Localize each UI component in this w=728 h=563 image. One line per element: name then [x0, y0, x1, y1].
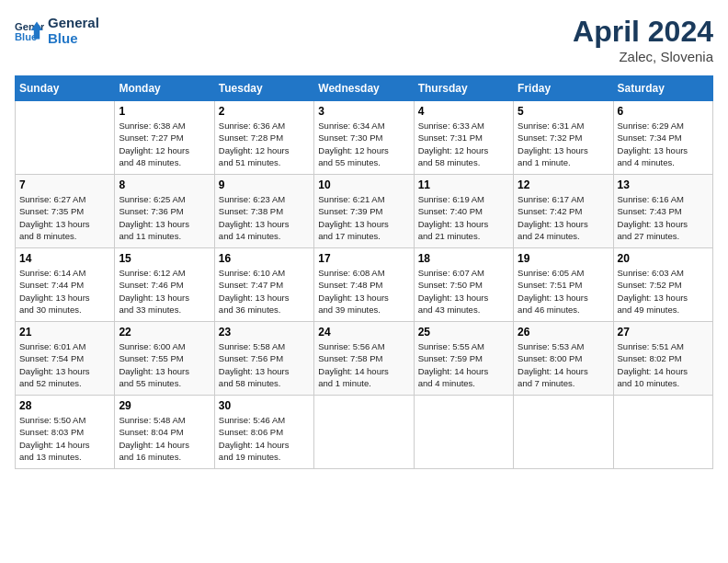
calendar-cell: 8Sunrise: 6:25 AM Sunset: 7:36 PM Daylig…: [115, 175, 214, 248]
day-number: 18: [418, 252, 509, 265]
day-info: Sunrise: 5:53 AM Sunset: 8:00 PM Dayligh…: [518, 340, 609, 389]
day-info: Sunrise: 5:55 AM Sunset: 7:59 PM Dayligh…: [418, 340, 509, 389]
day-info: Sunrise: 6:08 AM Sunset: 7:48 PM Dayligh…: [318, 267, 409, 316]
day-info: Sunrise: 6:23 AM Sunset: 7:38 PM Dayligh…: [219, 193, 310, 242]
calendar-cell: 21Sunrise: 6:01 AM Sunset: 7:54 PM Dayli…: [16, 322, 115, 396]
calendar-cell: 25Sunrise: 5:55 AM Sunset: 7:59 PM Dayli…: [414, 322, 513, 396]
day-info: Sunrise: 6:12 AM Sunset: 7:46 PM Dayligh…: [119, 267, 210, 316]
calendar-week-row: 7Sunrise: 6:27 AM Sunset: 7:35 PM Daylig…: [16, 175, 713, 248]
day-number: 12: [518, 178, 609, 191]
day-info: Sunrise: 6:07 AM Sunset: 7:50 PM Dayligh…: [418, 267, 509, 316]
calendar-cell: [16, 101, 115, 175]
day-number: 19: [518, 252, 609, 265]
calendar-cell: [314, 396, 414, 469]
day-info: Sunrise: 5:58 AM Sunset: 7:56 PM Dayligh…: [219, 340, 310, 389]
calendar-cell: 26Sunrise: 5:53 AM Sunset: 8:00 PM Dayli…: [514, 322, 613, 396]
calendar-cell: 18Sunrise: 6:07 AM Sunset: 7:50 PM Dayli…: [414, 248, 513, 322]
day-info: Sunrise: 6:17 AM Sunset: 7:42 PM Dayligh…: [518, 193, 609, 242]
weekday-header-monday: Monday: [115, 76, 214, 101]
calendar-cell: 9Sunrise: 6:23 AM Sunset: 7:38 PM Daylig…: [214, 175, 313, 248]
day-number: 27: [618, 326, 709, 339]
weekday-header-tuesday: Tuesday: [214, 76, 313, 101]
day-info: Sunrise: 6:14 AM Sunset: 7:44 PM Dayligh…: [19, 267, 110, 316]
title-block: April 2024 Zalec, Slovenia: [573, 15, 713, 64]
calendar-week-row: 1Sunrise: 6:38 AM Sunset: 7:27 PM Daylig…: [16, 101, 713, 175]
day-number: 4: [418, 105, 509, 118]
weekday-header-friday: Friday: [514, 76, 613, 101]
day-number: 25: [418, 326, 509, 339]
day-info: Sunrise: 6:34 AM Sunset: 7:30 PM Dayligh…: [318, 120, 409, 168]
day-info: Sunrise: 6:03 AM Sunset: 7:52 PM Dayligh…: [618, 267, 709, 316]
calendar-cell: [414, 396, 513, 469]
day-number: 30: [219, 399, 310, 412]
day-info: Sunrise: 6:21 AM Sunset: 7:39 PM Dayligh…: [318, 193, 409, 242]
calendar-cell: 15Sunrise: 6:12 AM Sunset: 7:46 PM Dayli…: [115, 248, 214, 322]
calendar-cell: 19Sunrise: 6:05 AM Sunset: 7:51 PM Dayli…: [514, 248, 613, 322]
calendar-cell: 27Sunrise: 5:51 AM Sunset: 8:02 PM Dayli…: [613, 322, 712, 396]
day-number: 29: [119, 399, 210, 412]
day-info: Sunrise: 6:27 AM Sunset: 7:35 PM Dayligh…: [19, 193, 110, 242]
calendar-cell: 4Sunrise: 6:33 AM Sunset: 7:31 PM Daylig…: [414, 101, 513, 175]
calendar-cell: 2Sunrise: 6:36 AM Sunset: 7:28 PM Daylig…: [214, 101, 313, 175]
day-number: 1: [119, 105, 210, 118]
calendar-cell: 20Sunrise: 6:03 AM Sunset: 7:52 PM Dayli…: [613, 248, 712, 322]
day-number: 2: [219, 105, 310, 118]
calendar-cell: 1Sunrise: 6:38 AM Sunset: 7:27 PM Daylig…: [115, 101, 214, 175]
calendar-body: 1Sunrise: 6:38 AM Sunset: 7:27 PM Daylig…: [16, 101, 713, 469]
svg-text:Blue: Blue: [15, 31, 37, 42]
day-info: Sunrise: 5:50 AM Sunset: 8:03 PM Dayligh…: [19, 414, 110, 463]
day-info: Sunrise: 5:51 AM Sunset: 8:02 PM Dayligh…: [618, 340, 709, 389]
day-info: Sunrise: 6:29 AM Sunset: 7:34 PM Dayligh…: [618, 120, 709, 168]
day-info: Sunrise: 6:36 AM Sunset: 7:28 PM Dayligh…: [219, 120, 310, 168]
day-number: 9: [219, 178, 310, 191]
calendar-week-row: 14Sunrise: 6:14 AM Sunset: 7:44 PM Dayli…: [16, 248, 713, 322]
logo-line1: General: [48, 15, 99, 30]
day-number: 24: [318, 326, 409, 339]
day-number: 20: [618, 252, 709, 265]
calendar-cell: 3Sunrise: 6:34 AM Sunset: 7:30 PM Daylig…: [314, 101, 414, 175]
day-info: Sunrise: 6:10 AM Sunset: 7:47 PM Dayligh…: [219, 267, 310, 316]
day-number: 22: [119, 326, 210, 339]
weekday-header-sunday: Sunday: [16, 76, 115, 101]
calendar-cell: 13Sunrise: 6:16 AM Sunset: 7:43 PM Dayli…: [613, 175, 712, 248]
day-info: Sunrise: 6:33 AM Sunset: 7:31 PM Dayligh…: [418, 120, 509, 168]
calendar-cell: 6Sunrise: 6:29 AM Sunset: 7:34 PM Daylig…: [613, 101, 712, 175]
logo: General Blue General Blue: [15, 15, 99, 46]
weekday-header-wednesday: Wednesday: [314, 76, 414, 101]
page-header: General Blue General Blue April 2024 Zal…: [15, 15, 713, 64]
calendar-cell: 30Sunrise: 5:46 AM Sunset: 8:06 PM Dayli…: [214, 396, 313, 469]
day-number: 28: [19, 399, 110, 412]
day-number: 7: [19, 178, 110, 191]
calendar-cell: 29Sunrise: 5:48 AM Sunset: 8:04 PM Dayli…: [115, 396, 214, 469]
day-info: Sunrise: 6:31 AM Sunset: 7:32 PM Dayligh…: [518, 120, 609, 168]
day-info: Sunrise: 5:56 AM Sunset: 7:58 PM Dayligh…: [318, 340, 409, 389]
calendar-cell: 7Sunrise: 6:27 AM Sunset: 7:35 PM Daylig…: [16, 175, 115, 248]
calendar-week-row: 28Sunrise: 5:50 AM Sunset: 8:03 PM Dayli…: [16, 396, 713, 469]
day-number: 8: [119, 178, 210, 191]
calendar-cell: 16Sunrise: 6:10 AM Sunset: 7:47 PM Dayli…: [214, 248, 313, 322]
day-info: Sunrise: 6:16 AM Sunset: 7:43 PM Dayligh…: [618, 193, 709, 242]
calendar-cell: 12Sunrise: 6:17 AM Sunset: 7:42 PM Dayli…: [514, 175, 613, 248]
day-number: 16: [219, 252, 310, 265]
calendar-cell: 10Sunrise: 6:21 AM Sunset: 7:39 PM Dayli…: [314, 175, 414, 248]
day-number: 3: [318, 105, 409, 118]
day-info: Sunrise: 6:38 AM Sunset: 7:27 PM Dayligh…: [119, 120, 210, 168]
day-info: Sunrise: 6:05 AM Sunset: 7:51 PM Dayligh…: [518, 267, 609, 316]
day-info: Sunrise: 6:00 AM Sunset: 7:55 PM Dayligh…: [119, 340, 210, 389]
day-number: 15: [119, 252, 210, 265]
calendar-cell: 23Sunrise: 5:58 AM Sunset: 7:56 PM Dayli…: [214, 322, 313, 396]
location-subtitle: Zalec, Slovenia: [573, 49, 713, 64]
day-info: Sunrise: 6:25 AM Sunset: 7:36 PM Dayligh…: [119, 193, 210, 242]
calendar-header: SundayMondayTuesdayWednesdayThursdayFrid…: [16, 76, 713, 101]
calendar-cell: 28Sunrise: 5:50 AM Sunset: 8:03 PM Dayli…: [16, 396, 115, 469]
day-info: Sunrise: 5:46 AM Sunset: 8:06 PM Dayligh…: [219, 414, 310, 463]
day-number: 11: [418, 178, 509, 191]
calendar-week-row: 21Sunrise: 6:01 AM Sunset: 7:54 PM Dayli…: [16, 322, 713, 396]
calendar-cell: 17Sunrise: 6:08 AM Sunset: 7:48 PM Dayli…: [314, 248, 414, 322]
logo-line2: Blue: [48, 30, 99, 46]
day-number: 13: [618, 178, 709, 191]
day-number: 21: [19, 326, 110, 339]
weekday-header-thursday: Thursday: [414, 76, 513, 101]
calendar-cell: [613, 396, 712, 469]
calendar-cell: 24Sunrise: 5:56 AM Sunset: 7:58 PM Dayli…: [314, 322, 414, 396]
